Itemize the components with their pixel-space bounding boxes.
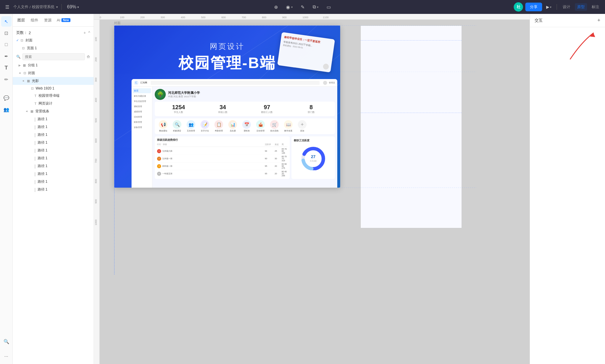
text-tool-button[interactable]: T bbox=[1, 63, 12, 73]
layer-item-group1[interactable]: ▶ ▦ 分组 1 bbox=[13, 61, 94, 69]
school-sub: 中国 河北 教育 2022下学期 bbox=[168, 95, 200, 98]
layer-name: 校园管理-B端 bbox=[39, 93, 59, 98]
mark-mode-button[interactable]: 标注 bbox=[589, 3, 602, 11]
path-icon: | bbox=[34, 172, 36, 176]
select-tool-button[interactable]: ↖ bbox=[1, 16, 12, 27]
circle-dot-button[interactable]: ◉ ▾ bbox=[284, 3, 294, 11]
layer-name: 路径 1 bbox=[38, 179, 48, 184]
guide-left-ext bbox=[114, 188, 114, 275]
menu-kaoqin: 📋 考勤管理 bbox=[213, 120, 225, 132]
page-item-cover[interactable]: ✓ ⊡ 封面 bbox=[13, 36, 94, 44]
layer-item-path9[interactable]: | 路径 1 bbox=[13, 178, 94, 186]
stat-label: 部门数 bbox=[291, 111, 332, 114]
shape-tool-button[interactable]: □ bbox=[1, 39, 12, 50]
play-button[interactable]: ▶ ▾ bbox=[544, 3, 553, 10]
canvas-viewport[interactable]: 100 200 300 400 500 600 700 800 900 1000… bbox=[94, 20, 530, 364]
edit-button[interactable]: ✎ bbox=[299, 3, 306, 11]
design-mode-button[interactable]: 设计 bbox=[560, 3, 573, 11]
tab-ai[interactable]: AI New bbox=[55, 17, 72, 23]
layer-item-path8[interactable]: | 路径 1 bbox=[13, 170, 94, 178]
ruler-top: 0 100 200 300 400 500 600 700 800 900 10… bbox=[94, 14, 530, 20]
menu-button[interactable]: ☰ bbox=[3, 3, 11, 11]
breadcrumb: 个人文件 / 校园管理系统 ▾ bbox=[13, 4, 58, 10]
layer-item-guangying[interactable]: ▼ ▦ 光影 bbox=[13, 77, 94, 85]
layer-item-path2[interactable]: | 路径 1 bbox=[13, 123, 94, 131]
layer-item-path6[interactable]: | 路径 1 bbox=[13, 154, 94, 162]
collapse-icon[interactable]: ^ bbox=[88, 30, 90, 35]
prototype-mode-button[interactable]: 原型 bbox=[575, 3, 587, 11]
aim-tool-button[interactable]: ⊕ bbox=[272, 3, 280, 11]
search-tool-button[interactable]: 🔍 bbox=[1, 336, 12, 347]
layer-name: 路径 1 bbox=[38, 117, 48, 122]
layer-name: 路径 1 bbox=[38, 171, 48, 176]
add-interaction-button[interactable]: + bbox=[597, 17, 600, 23]
tab-components[interactable]: 组件 bbox=[28, 17, 41, 24]
copy-button[interactable]: ⧉ ▾ bbox=[311, 3, 320, 11]
layer-item-cover-frame[interactable]: ▼ ⊡ 封面 bbox=[13, 69, 94, 77]
layer-name: 路径 1 bbox=[38, 125, 48, 129]
path-icon: | bbox=[34, 117, 36, 122]
chart-title: 教职工活跃度 bbox=[294, 139, 309, 142]
zoom-control[interactable]: 69% ▾ bbox=[65, 3, 81, 11]
sidebar-item7: 设备管理 bbox=[133, 125, 151, 130]
stat-depts: 8 部门数 bbox=[291, 104, 332, 114]
stat-teachers: 97 教职工人数 bbox=[247, 104, 287, 114]
sidebar-item5: 活动管理 bbox=[133, 115, 151, 119]
frame-tool-button[interactable]: ⊡ bbox=[1, 28, 12, 38]
layer-name: 路径 1 bbox=[38, 132, 48, 137]
more-options-button[interactable]: ··· bbox=[1, 351, 12, 362]
activity-header: 行行 班级 活跃评 发起 周 bbox=[157, 143, 287, 147]
layer-item-path4[interactable]: | 路径 1 bbox=[13, 139, 94, 147]
stat-students: 1254 学生人数 bbox=[158, 104, 199, 114]
tab-layers[interactable]: 图层 bbox=[15, 17, 27, 24]
search-input[interactable] bbox=[22, 53, 85, 60]
team-tool-button[interactable]: 👥 bbox=[1, 104, 12, 115]
canvas-background[interactable]: 封面 网页设计 校园管理-B bbox=[100, 20, 530, 364]
share-button[interactable]: 分享 bbox=[525, 3, 542, 11]
layer-item-path3[interactable]: | 路径 1 bbox=[13, 131, 94, 139]
school-info: 河北师范大学附属小学 中国 河北 教育 2022下学期 bbox=[168, 91, 200, 98]
menu-hubieguanli: 👥 互别管理 bbox=[185, 120, 197, 132]
layer-item-path1[interactable]: | 路径 1 bbox=[13, 115, 94, 123]
chevron-down-icon: ▾ bbox=[56, 5, 58, 9]
layer-name: 路径 1 bbox=[38, 156, 48, 161]
activity-row-2: 2 九年级一班 90 30 60 70 70 315 bbox=[157, 155, 287, 162]
activity-row-1: 1 九年级六班 94 25 65 70 80 135 bbox=[157, 147, 287, 155]
breadcrumb-separator: / bbox=[30, 5, 31, 9]
expand-arrow: ▼ bbox=[22, 80, 25, 83]
cover-frame[interactable]: 网页设计 校园管理-B端 泰经学校毕业生：一定不要返校 学校发布2021 202… bbox=[114, 25, 340, 188]
dash-user-avatar bbox=[323, 81, 327, 85]
comment-tool-button[interactable]: 💬 bbox=[1, 93, 12, 103]
breadcrumb-current[interactable]: 校园管理系统 ▾ bbox=[32, 4, 58, 10]
dash-app-name: 汇到网 bbox=[140, 81, 147, 84]
path-icon: | bbox=[34, 187, 36, 192]
toolbar-left: ☰ 个人文件 / 校园管理系统 ▾ 69% ▾ bbox=[3, 3, 270, 11]
layer-name: 路径 1 bbox=[38, 187, 48, 192]
avatar-button[interactable]: 社 bbox=[514, 2, 523, 12]
stats-row: 1254 学生人数 34 班级人数 97 教职工 bbox=[155, 102, 335, 116]
path-icon: | bbox=[34, 133, 36, 137]
sidebar-item1: 家长沟通反馈 bbox=[133, 94, 151, 98]
layer-name: 网页设计 bbox=[39, 101, 52, 106]
layer-item-path7[interactable]: | 路径 1 bbox=[13, 162, 94, 170]
svg-text:今天活跃: 今天活跃 bbox=[310, 160, 317, 162]
frame-button[interactable]: ▭ bbox=[325, 3, 333, 11]
collapse-icon[interactable]: ⟰ bbox=[87, 54, 90, 59]
add-page-icon[interactable]: + bbox=[83, 30, 86, 35]
layer-item-campusb[interactable]: T 校园管理-B端 bbox=[13, 92, 94, 100]
tab-assets[interactable]: 资源 bbox=[42, 17, 54, 24]
sidebar-home: 首页 bbox=[133, 88, 151, 93]
toolbar-center: ⊕ ◉ ▾ ✎ ⧉ ▾ ▭ bbox=[272, 3, 333, 11]
pen-tool-button[interactable]: ✒ bbox=[1, 51, 12, 61]
layer-item-webdesign[interactable]: T 网页设计 bbox=[13, 100, 94, 107]
pencil-tool-button[interactable]: ✏ bbox=[1, 74, 12, 85]
canvas-area[interactable]: 0 100 200 300 400 500 600 700 800 900 10… bbox=[94, 14, 530, 364]
layer-item-bglines[interactable]: ▼ ▦ 背景线条 bbox=[13, 107, 94, 115]
layer-item-path5[interactable]: | 路径 1 bbox=[13, 147, 94, 154]
breadcrumb-root[interactable]: 个人文件 bbox=[13, 4, 28, 10]
activity-row-4: 4 一年级五班 95 20 80 40 20 255 bbox=[157, 170, 287, 177]
page-item-page1[interactable]: ⊡ 页面 1 bbox=[13, 44, 94, 52]
page1-frame[interactable] bbox=[360, 25, 462, 228]
layer-item-path10[interactable]: | 路径 1 bbox=[13, 186, 94, 193]
layer-item-web1920[interactable]: ⊡ Web 1920 1 bbox=[13, 85, 94, 92]
